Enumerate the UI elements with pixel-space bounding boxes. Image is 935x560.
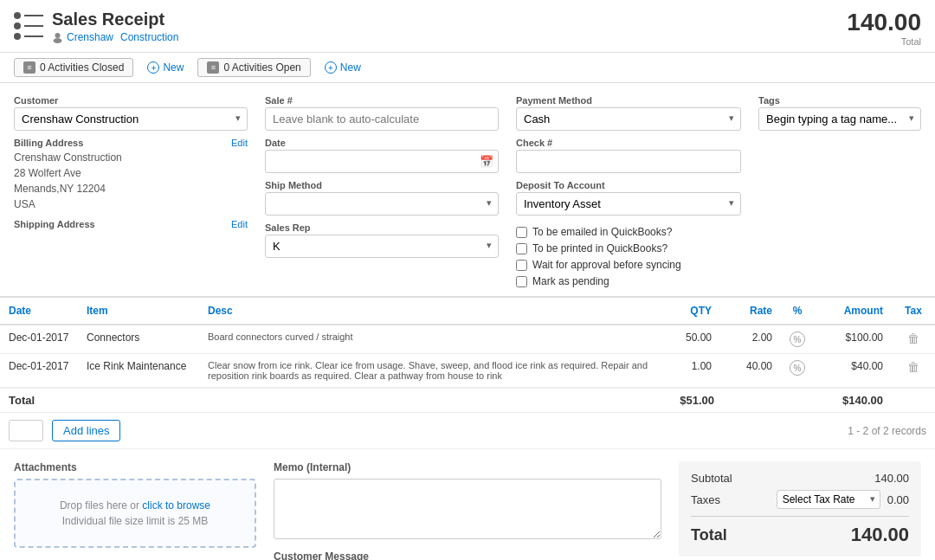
table-header: Date Item Desc QTY Rate % Amount Tax [0, 298, 935, 325]
person-icon [52, 32, 63, 43]
checkbox-print-input[interactable] [516, 243, 527, 254]
summary-total-label: Total [691, 526, 727, 544]
row-amount: $100.00 [814, 325, 892, 354]
taxes-label: Taxes [691, 493, 720, 506]
delete-row-icon[interactable]: 🗑 [907, 360, 919, 374]
checkbox-print[interactable]: To be printed in QuickBooks? [516, 242, 741, 254]
billing-edit-link[interactable]: Edit [231, 138, 248, 148]
add-lines-row: 3 Add lines 1 - 2 of 2 records [0, 413, 935, 449]
col-date: Date [0, 298, 78, 325]
attachments-label: Attachments [14, 461, 256, 473]
shipping-header: Shipping Address Edit [14, 219, 248, 229]
breadcrumb: Crenshaw Construction [52, 31, 178, 43]
row-qty: 50.00 [660, 325, 720, 354]
customer-message-label: Customer Message [274, 550, 661, 560]
breadcrumb-link1[interactable]: Crenshaw [67, 31, 113, 43]
row-desc: Board connectors curved / straight [199, 325, 660, 354]
customer-select-wrap: Crenshaw Construction [14, 107, 248, 131]
tags-group: Tags Begin typing a tag name... [758, 95, 921, 131]
activities-closed-btn[interactable]: ≡ 0 Activities Closed [14, 58, 133, 77]
tax-rate-select[interactable]: Select Tax Rate [777, 490, 880, 509]
sale-input[interactable] [265, 107, 499, 131]
check-label: Check # [516, 138, 741, 148]
payment-method-group: Payment Method Cash [516, 95, 741, 131]
shipping-group: Shipping Address Edit [14, 219, 248, 229]
ship-method-select[interactable] [265, 192, 499, 216]
ship-method-label: Ship Method [265, 180, 499, 190]
payment-method-select[interactable]: Cash [516, 107, 741, 131]
check-input[interactable] [516, 150, 741, 173]
activities-bar: ≡ 0 Activities Closed + New ≡ 0 Activiti… [0, 53, 935, 83]
add-lines-button[interactable]: Add lines [52, 420, 120, 441]
breadcrumb-link2[interactable]: Construction [120, 31, 178, 43]
header-left: Sales Receipt Crenshaw Construction [14, 9, 178, 43]
deposit-label: Deposit To Account [516, 180, 741, 190]
customer-select[interactable]: Crenshaw Construction [14, 107, 248, 131]
billing-line3: Menands,NY 12204 [14, 181, 248, 196]
col-item: Item [78, 298, 199, 325]
col-pct: % [781, 298, 814, 325]
activities-open-btn[interactable]: ≡ 0 Activities Open [197, 58, 310, 77]
line2 [24, 25, 43, 27]
row-date: Dec-01-2017 [0, 354, 78, 388]
checkbox-approval[interactable]: Wait for approval before syncing [516, 259, 741, 271]
table-section: Date Item Desc QTY Rate % Amount Tax Dec… [0, 297, 935, 449]
summary-col: Subtotal 140.00 Taxes Select Tax Rate 0.… [679, 461, 921, 560]
table-body: Dec-01-2017 Connectors Board connectors … [0, 325, 935, 388]
table-row: Dec-01-2017 Connectors Board connectors … [0, 325, 935, 354]
row-item: Connectors [78, 325, 199, 354]
shipping-edit-link[interactable]: Edit [231, 219, 248, 229]
row-qty: 1.00 [660, 354, 720, 388]
col-tax: Tax [892, 298, 935, 325]
checkbox-group: To be emailed in QuickBooks? To be print… [516, 226, 741, 287]
attachments-col: Attachments Drop files here or click to … [14, 461, 256, 560]
dot3 [14, 33, 21, 40]
summary-box: Subtotal 140.00 Taxes Select Tax Rate 0.… [679, 461, 921, 557]
sales-rep-select[interactable]: K [265, 235, 499, 258]
new-activity-closed-btn[interactable]: + New [140, 59, 190, 76]
date-group: Date Nov-17-2017 📅 [265, 138, 499, 173]
checkbox-approval-label: Wait for approval before syncing [532, 259, 681, 271]
tags-label: Tags [758, 95, 921, 106]
deposit-select[interactable]: Inventory Asset [516, 192, 741, 216]
date-label: Date [265, 138, 499, 148]
tags-select[interactable]: Begin typing a tag name... [758, 107, 921, 131]
percent-icon[interactable]: % [790, 360, 805, 376]
total-label: Total [9, 394, 394, 407]
date-input[interactable]: Nov-17-2017 [265, 150, 499, 173]
row-tax: 🗑 [892, 325, 935, 354]
dot2 [14, 23, 21, 29]
memo-input[interactable] [274, 479, 661, 539]
activities-closed-label: 0 Activities Closed [40, 61, 124, 74]
col-amount: Amount [814, 298, 892, 325]
ship-method-select-wrap [265, 192, 499, 216]
deposit-select-wrap: Inventory Asset [516, 192, 741, 216]
billing-header: Billing Address Edit [14, 138, 248, 148]
page-title: Sales Receipt [52, 9, 178, 29]
checkbox-email-input[interactable] [516, 227, 527, 238]
add-lines-qty[interactable]: 3 [9, 420, 43, 441]
line3 [24, 35, 43, 37]
row-pct: % [781, 354, 814, 388]
line-items-table: Date Item Desc QTY Rate % Amount Tax Dec… [0, 298, 935, 388]
checkbox-pending[interactable]: Mark as pending [516, 275, 741, 287]
deposit-group: Deposit To Account Inventory Asset [516, 180, 741, 216]
click-to-browse[interactable]: click to browse [142, 499, 210, 512]
delete-row-icon[interactable]: 🗑 [907, 331, 919, 345]
col-rate: Rate [720, 298, 781, 325]
billing-address: Crenshaw Construction 28 Wolfert Ave Men… [14, 150, 248, 212]
percent-icon[interactable]: % [790, 331, 805, 347]
checkbox-pending-label: Mark as pending [532, 275, 609, 287]
checkbox-pending-input[interactable] [516, 276, 527, 287]
new-activity-open-btn[interactable]: + New [318, 59, 368, 76]
dropzone[interactable]: Drop files here or click to browse Indiv… [14, 479, 256, 548]
total-amount-value: $140.00 [805, 394, 883, 407]
form-grid: Customer Crenshaw Construction Billing A… [14, 95, 921, 287]
customer-message-wrap: Customer Message [274, 550, 661, 560]
date-input-wrap: Nov-17-2017 📅 [265, 150, 499, 173]
sales-rep-select-wrap: K [265, 235, 499, 258]
checkbox-approval-input[interactable] [516, 260, 527, 271]
sale-group: Sale # [265, 95, 499, 131]
checkbox-email[interactable]: To be emailed in QuickBooks? [516, 226, 741, 238]
tax-select-wrap: Select Tax Rate [777, 490, 880, 509]
